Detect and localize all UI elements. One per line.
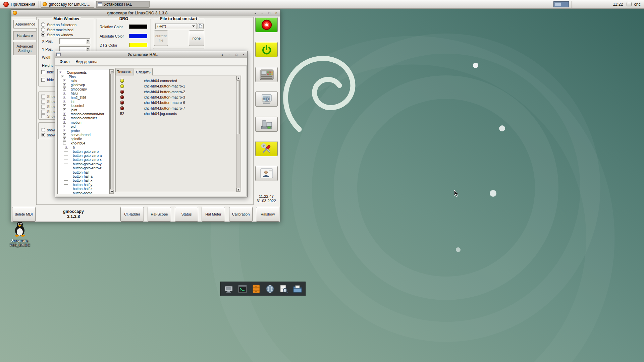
screenshot-tool-icon[interactable] bbox=[278, 284, 289, 294]
tree-item[interactable]: button-half-z bbox=[58, 187, 109, 191]
tree-item[interactable]: axis bbox=[58, 79, 109, 83]
taskbar-item-gmoccapy[interactable]: gmoccapy for LinuxCNC... bbox=[41, 1, 94, 8]
tree-item[interactable]: button-goto-zero-z bbox=[58, 166, 109, 170]
watch-row[interactable]: xhc-hb04.button-macro-1 bbox=[116, 83, 241, 89]
menu-tree-view[interactable]: Вид дерева bbox=[73, 58, 101, 65]
absolute-color-swatch[interactable] bbox=[129, 34, 147, 38]
tree-item[interactable]: joint bbox=[58, 108, 109, 112]
maximize-icon[interactable]: □ bbox=[234, 52, 239, 57]
show-option-checkbox[interactable]: Show bbox=[41, 100, 56, 104]
shade-icon[interactable]: ▴ bbox=[220, 52, 225, 57]
machine-on-button[interactable] bbox=[255, 42, 278, 57]
radio-start-maximized[interactable]: Start maximized bbox=[41, 27, 73, 32]
watch-row[interactable]: xhc-hb04.connected bbox=[116, 78, 241, 83]
tree-item[interactable]: Components bbox=[58, 70, 109, 74]
hide-tooltips-checkbox[interactable]: hide t bbox=[41, 78, 56, 82]
tab-appearance[interactable]: Appearance bbox=[13, 20, 37, 28]
classic-ladder-button[interactable]: Cl.-ladder bbox=[120, 207, 144, 222]
tree-item[interactable]: button-half-a bbox=[58, 174, 109, 178]
file-manager-icon[interactable] bbox=[292, 284, 303, 294]
watch-row[interactable]: xhc-hb04.button-macro-3 bbox=[116, 95, 241, 100]
hal-scope-button[interactable]: Hal-Scope bbox=[148, 207, 171, 222]
current-file-button[interactable]: current file bbox=[154, 31, 168, 46]
file-cabinet-icon[interactable] bbox=[251, 284, 262, 294]
expander-collapsed-icon[interactable] bbox=[63, 117, 66, 120]
tree-item[interactable]: a bbox=[58, 145, 109, 149]
expander-collapsed-icon[interactable] bbox=[63, 96, 66, 99]
expander-collapsed-icon[interactable] bbox=[59, 71, 62, 74]
radio-start-as-window[interactable]: Start as window bbox=[41, 33, 73, 37]
expander-collapsed-icon[interactable] bbox=[63, 87, 66, 90]
operator-button[interactable] bbox=[255, 166, 278, 181]
menu-file[interactable]: Файл bbox=[57, 58, 73, 65]
expander-collapsed-icon[interactable] bbox=[63, 83, 66, 86]
applications-menu[interactable]: Приложения bbox=[0, 0, 39, 8]
gmoccapy-titlebar[interactable]: gmoccapy for LinuxCNC 3.1.3.8 ▴ – □ ✕ bbox=[11, 10, 280, 16]
x-pos-spinbox[interactable] bbox=[59, 38, 90, 44]
dtg-color-swatch[interactable] bbox=[129, 43, 147, 47]
scroll-up-icon[interactable] bbox=[110, 69, 114, 73]
watch-scrollbar[interactable] bbox=[236, 76, 240, 192]
watch-row[interactable]: xhc-hb04.button-macro-7 bbox=[116, 105, 241, 111]
expander-collapsed-icon[interactable] bbox=[63, 121, 66, 124]
terminal-icon[interactable] bbox=[237, 284, 248, 294]
close-icon[interactable]: ✕ bbox=[274, 11, 279, 15]
tab-advanced-settings[interactable]: Advanced Settings bbox=[13, 42, 36, 55]
show-option-checkbox[interactable]: Show bbox=[41, 110, 56, 114]
web-browser-icon[interactable] bbox=[265, 284, 275, 294]
workspace-switcher[interactable] bbox=[553, 1, 569, 7]
expander-collapsed-icon[interactable] bbox=[65, 146, 68, 149]
tree-item[interactable]: button-goto-zero-a bbox=[58, 154, 109, 158]
show-option-checkbox[interactable]: Show bbox=[41, 114, 56, 118]
expander-collapsed-icon[interactable] bbox=[63, 129, 66, 132]
tree-item[interactable]: motion-controller bbox=[58, 116, 109, 120]
expander-collapsed-icon[interactable] bbox=[63, 100, 66, 103]
status-button[interactable]: Status bbox=[175, 207, 198, 222]
tree-item[interactable]: button-half bbox=[58, 170, 109, 174]
tree-item[interactable]: button-goto-zero bbox=[58, 149, 109, 153]
scroll-down-icon[interactable] bbox=[110, 190, 114, 194]
tree-item[interactable]: button-goto-zero-y bbox=[58, 162, 109, 166]
show-radio-1[interactable]: show bbox=[41, 128, 56, 132]
tree-item[interactable]: gmoccapy bbox=[58, 87, 109, 91]
scrollbar-thumb[interactable] bbox=[237, 80, 240, 134]
show-option-checkbox[interactable]: Show bbox=[41, 105, 56, 109]
minimize-icon[interactable]: – bbox=[227, 52, 232, 57]
show-desktop-icon[interactable] bbox=[223, 284, 234, 294]
halshow-button[interactable]: Halshow bbox=[256, 207, 279, 222]
tree-item[interactable]: button-home bbox=[58, 191, 109, 194]
tree-item[interactable]: xhc-hb04 bbox=[58, 141, 109, 145]
scroll-up-icon[interactable] bbox=[236, 76, 240, 80]
tools-button[interactable] bbox=[255, 141, 278, 156]
expander-collapsed-icon[interactable] bbox=[63, 104, 66, 107]
expander-collapsed-icon[interactable] bbox=[63, 79, 66, 82]
mdi-button[interactable]: MDI bbox=[255, 92, 278, 107]
shade-icon[interactable]: ▴ bbox=[253, 11, 258, 15]
tab-hardware[interactable]: Hardware bbox=[13, 31, 36, 40]
expander-collapsed-icon[interactable] bbox=[63, 113, 66, 116]
expander-collapsed-icon[interactable] bbox=[63, 137, 66, 140]
watch-row[interactable]: xhc-hb04.button-macro-2 bbox=[116, 89, 241, 95]
radio-start-fullscreen[interactable]: Start as fullscreen bbox=[41, 22, 76, 27]
none-button[interactable]: none bbox=[189, 31, 204, 46]
tree-item[interactable]: pid bbox=[58, 124, 109, 128]
expander-collapsed-icon[interactable] bbox=[63, 108, 66, 111]
scrollbar-thumb[interactable] bbox=[110, 74, 113, 189]
tray-device-icon[interactable] bbox=[627, 2, 632, 6]
watch-row[interactable]: xhc-hb04.button-macro-6 bbox=[116, 100, 241, 105]
tree-item[interactable]: button-goto-zero-x bbox=[58, 158, 109, 162]
tree-item[interactable]: gladevcp bbox=[58, 83, 109, 87]
tree-item[interactable]: hm2_7i96 bbox=[58, 95, 109, 99]
close-icon[interactable]: ✕ bbox=[241, 52, 246, 57]
tab-show[interactable]: Показать bbox=[115, 68, 133, 75]
settings-button[interactable] bbox=[255, 67, 278, 82]
tree-item[interactable]: halui bbox=[58, 91, 109, 95]
show-option-checkbox[interactable]: Show bbox=[41, 95, 56, 99]
tree-item[interactable]: button-half-x bbox=[58, 178, 109, 182]
maximize-icon[interactable]: □ bbox=[267, 11, 272, 15]
tree-item[interactable]: motion-command-har bbox=[58, 112, 109, 116]
expander-collapsed-icon[interactable] bbox=[63, 92, 66, 95]
tree-item[interactable]: Pins bbox=[58, 74, 109, 78]
file-combo[interactable]: (Нет) bbox=[155, 23, 197, 29]
file-chooser-button[interactable] bbox=[198, 23, 204, 29]
